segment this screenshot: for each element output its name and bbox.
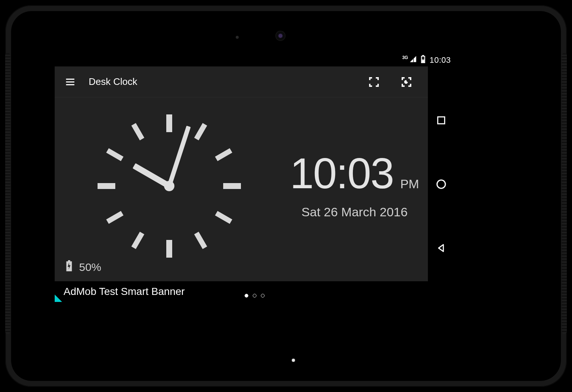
clock-tick [106,211,123,224]
ad-dot-2[interactable] [253,294,256,298]
statusbar-time: 10:03 [429,55,451,65]
digital-date: Sat 26 March 2016 [255,205,454,219]
clock-tick [194,123,207,140]
hour-hand [133,163,171,189]
clock-tick [166,114,172,132]
menu-button[interactable] [63,75,78,89]
clock-tick [223,183,241,189]
svg-rect-0 [438,117,445,124]
battery-icon [66,260,72,274]
recent-apps-button[interactable] [434,113,448,127]
status-bar: 3G 10:03 [55,54,454,66]
app-title: Desk Clock [89,76,355,87]
clock-tick [194,232,207,249]
minute-hand [167,125,191,186]
back-button[interactable] [434,241,448,255]
sensor-dot [236,36,239,39]
battery-percent: 50% [79,261,101,274]
clock-tick [106,148,123,161]
screen: 3G 10:03 Desk Clock [55,54,454,302]
ad-dot-1[interactable] [245,294,248,298]
clock-tick [98,183,115,189]
analog-clock-area [55,97,255,281]
clock-tick [131,123,144,140]
network-label: 3G [402,55,408,60]
speaker-left [5,53,10,334]
digital-clock-area: 10:03 PM Sat 26 March 2016 [255,149,454,230]
battery-indicator: 50% [66,260,101,274]
ad-text: AdMob Test Smart Banner [64,286,185,298]
front-camera [276,32,285,40]
fullscreen-button[interactable] [367,75,381,89]
svg-point-1 [437,180,446,189]
digital-time: 10:03 [290,149,394,198]
signal-icon [409,55,417,65]
clock-content: 10:03 PM Sat 26 March 2016 50% [55,97,454,281]
ad-banner[interactable]: AdMob Test Smart Banner [55,281,454,302]
clock-tick [166,240,172,258]
battery-charging-icon [421,55,426,65]
clock-tick [131,232,144,249]
tablet-frame: 3G 10:03 Desk Clock [5,5,567,387]
clock-tick [215,148,232,161]
ad-badge-icon [55,295,62,302]
app-toolbar: Desk Clock [55,66,454,97]
home-indicator-dot [292,359,295,362]
ad-dot-3[interactable] [261,294,265,298]
analog-clock [99,116,239,256]
tablet-bezel: 3G 10:03 Desk Clock [11,11,561,381]
speaker-right [562,53,567,334]
android-nav-bar [428,66,454,302]
ad-pager [245,294,265,298]
digital-ampm: PM [400,177,419,191]
home-button[interactable] [434,177,448,191]
night-mode-button[interactable] [399,75,414,89]
clock-tick [215,211,232,224]
